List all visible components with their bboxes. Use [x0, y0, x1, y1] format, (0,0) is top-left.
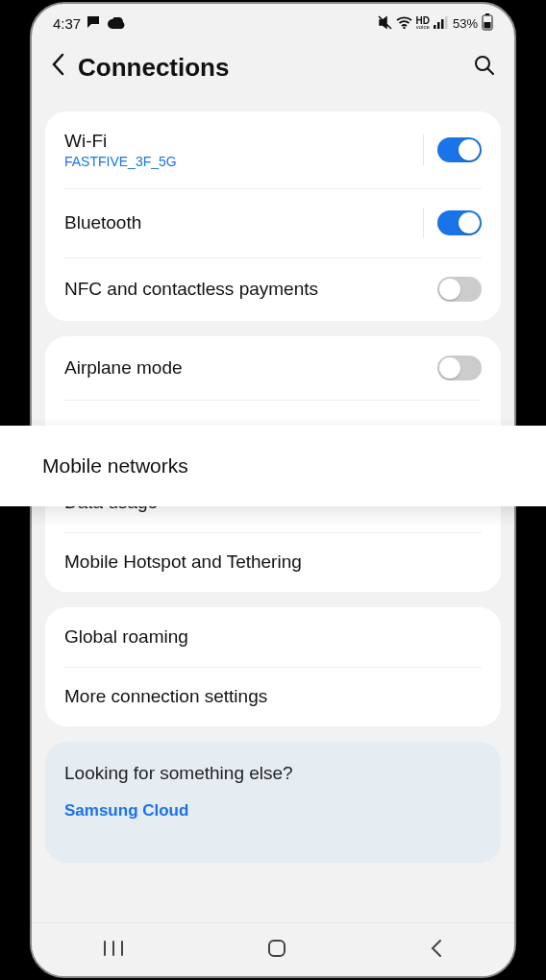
more-connection-row[interactable]: More connection settings: [45, 667, 501, 726]
mobile-networks-row[interactable]: Mobile networks: [0, 426, 546, 506]
bluetooth-toggle[interactable]: [437, 210, 482, 235]
looking-for-prompt: Looking for something else?: [64, 763, 482, 784]
looking-for-card: Looking for something else? Samsung Clou…: [45, 742, 501, 863]
recents-button[interactable]: [103, 940, 124, 961]
svg-rect-1: [434, 25, 436, 29]
home-button[interactable]: [266, 938, 287, 963]
bluetooth-label: Bluetooth: [64, 212, 141, 233]
navigation-bar: [32, 922, 514, 976]
cloud-icon: [108, 15, 125, 32]
svg-rect-13: [269, 941, 285, 956]
svg-rect-4: [445, 16, 448, 29]
wifi-icon: [396, 16, 412, 32]
samsung-cloud-link[interactable]: Samsung Cloud: [64, 801, 482, 821]
svg-point-0: [403, 26, 405, 28]
nfc-toggle[interactable]: [437, 277, 482, 302]
airplane-label: Airplane mode: [64, 357, 183, 379]
hotspot-row[interactable]: Mobile Hotspot and Tethering: [45, 532, 501, 592]
nav-back-button[interactable]: [430, 939, 443, 962]
page-title: Connections: [78, 53, 474, 83]
more-connection-label: More connection settings: [64, 686, 267, 707]
chat-icon: [87, 15, 102, 32]
wifi-row[interactable]: Wi-Fi FASTFIVE_3F_5G: [45, 111, 501, 188]
status-time: 4:37: [53, 15, 81, 32]
wifi-label: Wi-Fi: [64, 131, 177, 152]
global-roaming-row[interactable]: Global roaming: [45, 607, 501, 667]
battery-pct: 53%: [453, 16, 478, 31]
battery-icon: [482, 13, 493, 34]
wifi-network-name: FASTFIVE_3F_5G: [64, 154, 177, 169]
settings-scroll-area[interactable]: Wi-Fi FASTFIVE_3F_5G Bluetooth: [32, 111, 514, 922]
svg-rect-7: [484, 22, 491, 29]
app-header: Connections: [32, 37, 514, 102]
mobile-networks-label: Mobile networks: [42, 454, 188, 477]
nfc-label: NFC and contactless payments: [64, 279, 318, 300]
svg-line-9: [488, 68, 494, 74]
mute-icon: [378, 15, 392, 33]
airplane-toggle[interactable]: [437, 355, 482, 380]
settings-group-1: Wi-Fi FASTFIVE_3F_5G Bluetooth: [45, 111, 501, 321]
svg-rect-3: [441, 19, 444, 29]
nfc-row[interactable]: NFC and contactless payments: [45, 257, 501, 321]
hd-voice-icon: HD voice: [416, 17, 430, 30]
signal-icon: [434, 16, 449, 32]
airplane-row[interactable]: Airplane mode: [45, 336, 501, 400]
wifi-toggle[interactable]: [437, 137, 482, 162]
svg-rect-2: [437, 22, 440, 29]
svg-rect-6: [485, 13, 489, 15]
settings-group-3: Global roaming More connection settings: [45, 607, 501, 726]
search-button[interactable]: [474, 55, 495, 82]
bluetooth-row[interactable]: Bluetooth: [45, 188, 501, 257]
status-bar: 4:37 HD voice 53%: [32, 4, 514, 37]
back-button[interactable]: [51, 53, 64, 83]
hotspot-label: Mobile Hotspot and Tethering: [64, 551, 302, 573]
global-roaming-label: Global roaming: [64, 626, 188, 648]
